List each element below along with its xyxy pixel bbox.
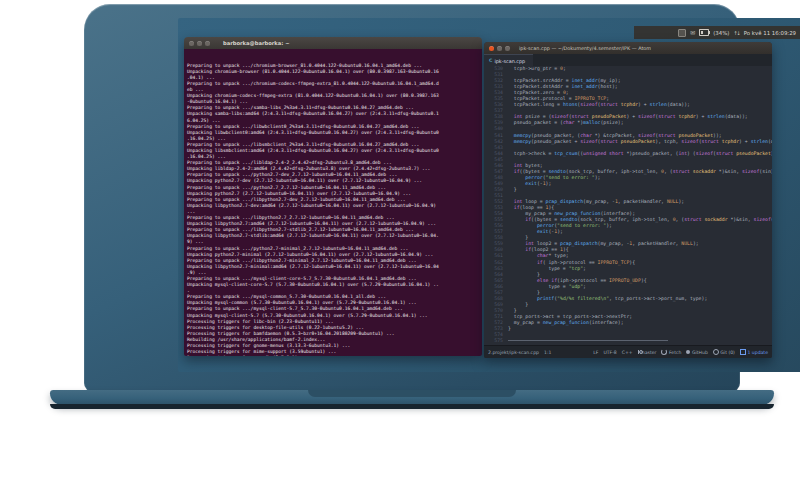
encoding-indicator[interactable]: UTF-8 xyxy=(603,350,616,355)
laptop-lid: ✉ (34%) ↑↓ Po kvě 11 16:09:29 barborka@b… xyxy=(84,4,740,392)
c-language-icon: C xyxy=(489,58,492,63)
file-path[interactable]: 2.projekt/ipk-scan.cpp xyxy=(488,350,539,355)
system-tray[interactable]: ✉ (34%) ↑↓ Po kvě 11 16:09:29 xyxy=(634,26,800,39)
code-text xyxy=(508,338,772,344)
update-icon xyxy=(740,349,746,355)
terminal-line: Unpacking libpython2.7-stdlib:amd64 (2.7… xyxy=(187,233,479,239)
battery-icon[interactable] xyxy=(699,29,709,36)
branch-indicator[interactable]: master xyxy=(638,350,657,355)
close-button[interactable] xyxy=(189,41,194,46)
terminal-line: Unpacking libpython2.7-dev:amd64 (2.7.12… xyxy=(187,203,479,209)
maximize-button[interactable] xyxy=(205,41,210,46)
cursor-position[interactable]: 1:1 xyxy=(544,350,551,355)
code-line: 575 xyxy=(484,338,772,344)
terminal-output[interactable]: Preparing to unpack .../chromium-browser… xyxy=(184,49,482,356)
terminal-title: barborka@barborka: ~ xyxy=(223,40,290,46)
terminal-line: Unpacking libsmbclient:amd64 (2:4.3.11+d… xyxy=(187,148,479,154)
close-button[interactable] xyxy=(489,46,494,51)
laptop-mockup: ✉ (34%) ↑↓ Po kvě 11 16:09:29 barborka@b… xyxy=(0,0,800,477)
keyboard-indicator-icon[interactable] xyxy=(678,29,686,37)
laptop-base-notch xyxy=(308,390,516,397)
terminal-line: Unpacking mysql-client-core-5.7 (5.7.30-… xyxy=(187,282,479,288)
tab-bar: C ipk-scan.cpp xyxy=(484,54,772,66)
laptop-base xyxy=(50,390,774,405)
sync-icon xyxy=(661,349,667,355)
terminal-line: Unpacking samba-libs:amd64 (2:4.3.11+dfs… xyxy=(187,111,479,117)
branch-icon xyxy=(638,350,639,354)
git-icon xyxy=(713,349,719,355)
fetch-button[interactable]: Fetch xyxy=(661,349,681,355)
tab-label: ipk-scan.cpp xyxy=(494,58,525,64)
maximize-button[interactable] xyxy=(505,46,510,51)
github-button[interactable]: GitHub xyxy=(686,350,707,355)
terminal-window: barborka@barborka: ~ Preparing to unpack… xyxy=(184,37,482,356)
terminal-line: Processing triggers for man-db (2.7.5-1)… xyxy=(187,355,479,356)
status-bar: 2.projekt/ipk-scan.cpp 1:1 LF UTF-8 C++ … xyxy=(484,345,772,358)
line-number: 575 xyxy=(484,338,508,344)
atom-window: ipk-scan.cpp — ~/Dokumenty/4.semester/IP… xyxy=(484,42,772,358)
tab-ipk-scan[interactable]: C ipk-scan.cpp xyxy=(484,54,533,66)
network-icon[interactable]: ↑↓ xyxy=(733,30,739,36)
battery-percentage: (34%) xyxy=(713,30,729,36)
language-indicator[interactable]: C++ xyxy=(622,350,633,355)
terminal-titlebar[interactable]: barborka@barborka: ~ xyxy=(184,37,482,49)
line-ending-indicator[interactable]: LF xyxy=(593,350,598,355)
terminal-line: Preparing to unpack .../chromium-codecs-… xyxy=(187,81,479,87)
github-icon xyxy=(686,350,690,354)
terminal-line: Unpacking libpython2.7-minimal:amd64 (2.… xyxy=(187,264,479,270)
git-button[interactable]: Git (0) xyxy=(713,349,735,355)
minimize-button[interactable] xyxy=(497,46,502,51)
atom-titlebar[interactable]: ipk-scan.cpp — ~/Dokumenty/4.semester/IP… xyxy=(484,42,772,54)
atom-window-title: ipk-scan.cpp — ~/Dokumenty/4.semester/IP… xyxy=(519,45,651,51)
updates-button[interactable]: 1 update xyxy=(740,349,768,355)
desktop[interactable]: ✉ (34%) ↑↓ Po kvě 11 16:09:29 barborka@b… xyxy=(178,18,800,372)
code-editor[interactable]: 530 tcph->urg_ptr = 0;531532 tcpPacket.s… xyxy=(484,66,772,345)
terminal-line: Unpacking chromium-browser (81.0.4044.12… xyxy=(187,69,479,75)
terminal-line: Unpacking libwbclient0:amd64 (2:4.3.11+d… xyxy=(187,130,479,136)
clock[interactable]: Po kvě 11 16:09:29 xyxy=(744,30,796,36)
mail-icon[interactable]: ✉ xyxy=(690,30,695,36)
minimize-button[interactable] xyxy=(197,41,202,46)
